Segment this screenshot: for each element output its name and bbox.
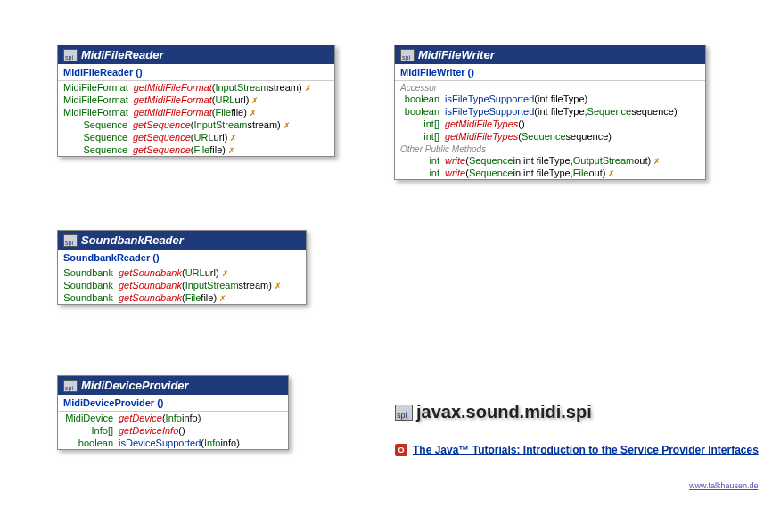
method-row: MidiDevicegetDevice (Info info) [58, 412, 288, 424]
method-row: MidiFileFormatgetMidiFileFormat (File fi… [58, 106, 334, 119]
spi-icon: spi [63, 380, 78, 392]
method-list: SoundbankgetSoundbank (URL url)✗Soundban… [58, 266, 306, 304]
class-header: spi MidiFileWriter [395, 45, 705, 64]
class-header: spi MidiDeviceProvider [58, 376, 288, 395]
method-list: MidiFileFormatgetMidiFileFormat (InputSt… [58, 81, 334, 156]
package-name: javax.sound.midi.spi [416, 402, 592, 422]
method-row: booleanisFileTypeSupported (int fileType… [395, 105, 705, 118]
constructor: MidiFileWriter () [395, 64, 705, 81]
class-header: spi SoundbankReader [58, 231, 306, 250]
method-row: Info[]getDeviceInfo () [58, 424, 288, 437]
method-list: booleanisFileTypeSupported (int fileType… [395, 93, 705, 143]
method-row: int[]getMidiFileTypes (Sequence sequence… [395, 130, 705, 143]
method-row: SequencegetSequence (File file)✗ [58, 143, 334, 156]
method-row: MidiFileFormatgetMidiFileFormat (URL url… [58, 94, 334, 106]
method-row: SoundbankgetSoundbank (InputStream strea… [58, 279, 306, 291]
class-title: MidiFileReader [81, 48, 163, 61]
method-row: SoundbankgetSoundbank (URL url)✗ [58, 266, 306, 279]
spi-icon: spi [395, 405, 413, 421]
package-title: spi javax.sound.midi.spi [395, 402, 592, 422]
section-label: Other Public Methods [395, 143, 705, 154]
class-title: MidiFileWriter [418, 48, 495, 61]
method-row: intwrite (Sequence in, int fileType, Out… [395, 154, 705, 167]
class-title: MidiDeviceProvider [81, 379, 189, 392]
section-label: Accessor [395, 81, 705, 93]
tutorial-text: The Java™ Tutorials: Introduction to the… [413, 444, 759, 456]
class-midifilewriter: spi MidiFileWriter MidiFileWriter () Acc… [394, 45, 706, 180]
method-row: intwrite (Sequence in, int fileType, Fil… [395, 167, 705, 179]
class-midifilereader: spi MidiFileReader MidiFileReader () Mid… [57, 45, 335, 157]
oracle-icon: O [395, 444, 407, 456]
spi-icon: spi [63, 234, 78, 247]
method-row: booleanisDeviceSupported (Info info) [58, 437, 288, 449]
class-soundbankreader: spi SoundbankReader SoundbankReader () S… [57, 230, 307, 305]
method-row: SequencegetSequence (URL url)✗ [58, 131, 334, 143]
constructor: SoundbankReader () [58, 250, 306, 266]
spi-icon: spi [400, 49, 415, 61]
class-mididevicerovider: spi MidiDeviceProvider MidiDeviceProvide… [57, 375, 289, 450]
method-row: SequencegetSequence (InputStream stream)… [58, 119, 334, 131]
method-list: intwrite (Sequence in, int fileType, Out… [395, 154, 705, 179]
footer-link[interactable]: www.falkhausen.de [689, 481, 759, 490]
class-header: spi MidiFileReader [58, 45, 334, 64]
method-row: booleanisFileTypeSupported (int fileType… [395, 93, 705, 105]
constructor: MidiDeviceProvider () [58, 395, 288, 412]
method-row: SoundbankgetSoundbank (File file)✗ [58, 291, 306, 304]
tutorial-link[interactable]: O The Java™ Tutorials: Introduction to t… [395, 444, 759, 456]
constructor: MidiFileReader () [58, 64, 334, 81]
method-row: MidiFileFormatgetMidiFileFormat (InputSt… [58, 81, 334, 94]
class-title: SoundbankReader [81, 233, 184, 247]
method-list: MidiDevicegetDevice (Info info)Info[]get… [58, 412, 288, 449]
spi-icon: spi [63, 49, 78, 61]
method-row: int[]getMidiFileTypes () [395, 118, 705, 130]
